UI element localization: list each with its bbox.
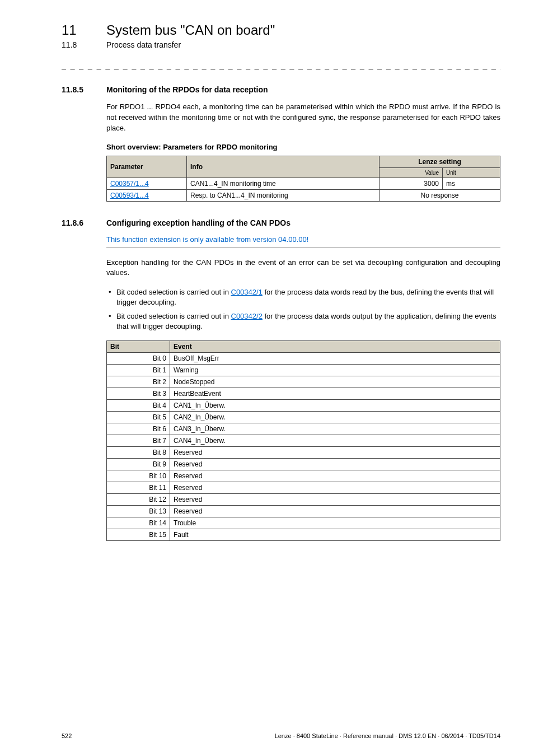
subsection-number: 11.8 (62, 40, 106, 49)
cell-event: Fault (170, 529, 500, 540)
th-parameter: Parameter (107, 156, 187, 178)
table-row: Bit 13 Reserved (107, 505, 500, 517)
cell-event: Reserved (170, 505, 500, 517)
cell-event: CAN2_In_Überw. (170, 411, 500, 423)
cell-bit: Bit 2 (107, 376, 170, 388)
cell-bit: Bit 11 (107, 482, 170, 493)
param-link[interactable]: C00593/1...4 (110, 192, 149, 199)
table-row: Bit 4 CAN1_In_Überw. (107, 399, 500, 411)
table-row: Bit 9 Reserved (107, 458, 500, 470)
thin-separator (106, 247, 500, 248)
cell-info: Resp. to CAN1...4_IN monitoring (187, 189, 380, 201)
cell-merged: No response (380, 189, 500, 201)
table-row: Bit 3 HeartBeatEvent (107, 388, 500, 399)
cell-event: Reserved (170, 446, 500, 458)
cell-event: Warning (170, 364, 500, 376)
footer-text: Lenze · 8400 StateLine · Reference manua… (275, 732, 500, 739)
section-number: 11.8.5 (62, 85, 106, 94)
cell-bit: Bit 12 (107, 493, 170, 505)
version-note: This function extension is only availabl… (106, 235, 500, 244)
table-row: Bit 2 NodeStopped (107, 376, 500, 388)
bullet-list: Bit coded selection is carried out in C0… (106, 287, 500, 332)
cell-event: CAN1_In_Überw. (170, 399, 500, 411)
table-row: Bit 1 Warning (107, 364, 500, 376)
cell-event: Reserved (170, 458, 500, 470)
bullet-text-pre: Bit coded selection is carried out in (116, 312, 231, 320)
dashed-separator: _ _ _ _ _ _ _ _ _ _ _ _ _ _ _ _ _ _ _ _ … (62, 60, 500, 69)
section-title: Monitoring of the RPDOs for data recepti… (106, 85, 268, 94)
param-link[interactable]: C00357/1...4 (110, 180, 149, 188)
table1-title: Short overview: Parameters for RPDO moni… (106, 143, 500, 151)
cell-bit: Bit 8 (107, 446, 170, 458)
table-row: C00357/1...4 CAN1...4_IN monitoring time… (107, 178, 500, 189)
th-unit: Unit (443, 167, 500, 178)
cell-event: Reserved (170, 482, 500, 493)
cell-bit: Bit 10 (107, 470, 170, 482)
table-row: Bit 0 BusOff_MsgErr (107, 352, 500, 364)
cell-event: BusOff_MsgErr (170, 352, 500, 364)
table-row: Bit 6 CAN3_In_Überw. (107, 423, 500, 435)
table-row: Bit 14 Trouble (107, 517, 500, 529)
cell-bit: Bit 13 (107, 505, 170, 517)
rpdo-param-table: Parameter Info Lenze setting Value Unit … (106, 156, 500, 202)
table-row: Bit 10 Reserved (107, 470, 500, 482)
cell-bit: Bit 0 (107, 352, 170, 364)
bit-event-table: Bit Event Bit 0 BusOff_MsgErr Bit 1 Warn… (106, 340, 500, 541)
cell-bit: Bit 4 (107, 399, 170, 411)
code-link[interactable]: C00342/1 (231, 288, 263, 296)
section2-paragraph: Exception handling for the CAN PDOs in t… (106, 258, 500, 279)
th-info: Info (187, 156, 380, 178)
th-bit: Bit (107, 340, 170, 352)
cell-bit: Bit 3 (107, 388, 170, 399)
table-row: Bit 7 CAN4_In_Überw. (107, 435, 500, 446)
table-row: C00593/1...4 Resp. to CAN1...4_IN monito… (107, 189, 500, 201)
subsection-title: Process data transfer (106, 40, 181, 49)
th-value: Value (380, 167, 443, 178)
cell-event: HeartBeatEvent (170, 388, 500, 399)
th-event: Event (170, 340, 500, 352)
cell-event: Reserved (170, 470, 500, 482)
cell-value: 3000 (380, 178, 443, 189)
chapter-number: 11 (62, 22, 106, 38)
cell-bit: Bit 6 (107, 423, 170, 435)
cell-bit: Bit 9 (107, 458, 170, 470)
cell-event: NodeStopped (170, 376, 500, 388)
section-title: Configuring exception handling of the CA… (106, 218, 291, 227)
cell-bit: Bit 15 (107, 529, 170, 540)
table-row: Bit 11 Reserved (107, 482, 500, 493)
page-number: 522 (62, 732, 72, 739)
table-row: Bit 5 CAN2_In_Überw. (107, 411, 500, 423)
bullet-text-pre: Bit coded selection is carried out in (116, 288, 231, 296)
cell-event: CAN4_In_Überw. (170, 435, 500, 446)
table-row: Bit 15 Fault (107, 529, 500, 540)
cell-event: CAN3_In_Überw. (170, 423, 500, 435)
table-row: Bit 12 Reserved (107, 493, 500, 505)
cell-event: Reserved (170, 493, 500, 505)
code-link[interactable]: C00342/2 (231, 312, 263, 320)
cell-bit: Bit 14 (107, 517, 170, 529)
cell-bit: Bit 7 (107, 435, 170, 446)
cell-bit: Bit 5 (107, 411, 170, 423)
chapter-title: System bus "CAN on board" (106, 22, 275, 38)
list-item: Bit coded selection is carried out in C0… (106, 287, 500, 307)
cell-event: Trouble (170, 517, 500, 529)
cell-bit: Bit 1 (107, 364, 170, 376)
table-row: Bit 8 Reserved (107, 446, 500, 458)
list-item: Bit coded selection is carried out in C0… (106, 311, 500, 332)
cell-unit: ms (443, 178, 500, 189)
cell-info: CAN1...4_IN monitoring time (187, 178, 380, 189)
th-lenze-setting: Lenze setting (380, 156, 500, 167)
section1-paragraph: For RPDO1 ... RPDO4 each, a monitoring t… (106, 102, 500, 134)
section-number: 11.8.6 (62, 218, 106, 227)
